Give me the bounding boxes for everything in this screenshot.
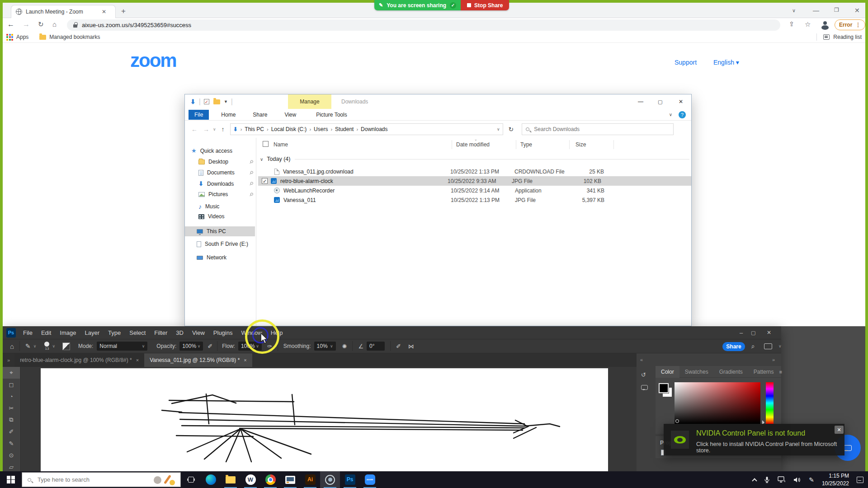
sidebar-item-this-pc-selected[interactable]: This PC — [185, 226, 255, 236]
history-panel-icon[interactable]: ↺ — [641, 371, 646, 378]
ribbon-tab-home[interactable]: Home — [215, 110, 241, 120]
ribbon-tab-view[interactable]: View — [278, 110, 302, 120]
panel-tab-swatches[interactable]: Swatches — [679, 366, 714, 378]
reload-icon[interactable]: ↻ — [38, 20, 44, 28]
microphone-icon[interactable] — [764, 476, 770, 483]
file-row-selected[interactable]: ✓ retro-blue-alarm-clock 10/25/2022 9:33… — [258, 176, 691, 186]
file-row[interactable]: Vanessa_011 10/25/2022 1:13 PM JPG File … — [258, 195, 691, 205]
menu-select[interactable]: Select — [129, 329, 146, 336]
doc-tab-close-icon[interactable]: × — [136, 357, 139, 363]
column-divider[interactable] — [516, 140, 516, 149]
address-dropdown-chevron-icon[interactable]: ∨ — [497, 127, 500, 131]
sidebar-item-drive-e[interactable]: South F Drive (E:) — [197, 241, 248, 247]
workspace-chevron-icon[interactable]: ∨ — [778, 344, 782, 348]
doc-tab-active[interactable]: Vanessa_011.jpg @ 12.5% (RGB/8) * × — [144, 353, 252, 367]
brush-preset-chevron-icon[interactable]: ∨ — [33, 344, 37, 348]
browser-menu-dots-icon[interactable]: ⋮ — [855, 22, 861, 28]
brush-tool-icon[interactable]: ✎ — [3, 437, 20, 449]
move-tool-icon[interactable]: ⌖ — [3, 367, 20, 379]
breadcrumb-users[interactable]: Users — [314, 126, 328, 132]
action-center-icon[interactable] — [857, 477, 863, 483]
file-checkbox-checked[interactable]: ✓ — [262, 178, 268, 184]
comments-panel-icon[interactable] — [641, 385, 648, 390]
sidebar-item-desktop[interactable]: Desktop — [198, 159, 228, 165]
window-minimize-button[interactable]: — — [813, 7, 819, 14]
explorer-minimize-button[interactable]: — — [638, 99, 643, 105]
workspace-switcher-icon[interactable] — [764, 343, 772, 349]
explorer-maximize-button[interactable]: ▢ — [658, 99, 662, 105]
panel-expand-icon[interactable]: » — [772, 357, 775, 362]
sidebar-item-music[interactable]: ♪ Music — [198, 203, 219, 210]
menu-layer[interactable]: Layer — [85, 329, 100, 336]
support-link[interactable]: Support — [675, 59, 697, 66]
opacity-select[interactable]: 100% ∨ — [179, 342, 203, 351]
ps-share-button[interactable]: Share — [722, 342, 745, 351]
sidebar-item-downloads[interactable]: ⬇ Downloads — [198, 180, 234, 187]
bookmark-star-icon[interactable]: ☆ — [805, 20, 811, 28]
manage-contextual-tab[interactable]: Manage — [288, 94, 331, 109]
ps-close-button[interactable]: ✕ — [767, 329, 771, 336]
managed-bookmarks[interactable]: Managed bookmarks — [39, 34, 100, 40]
taskbar-recorder-active[interactable] — [320, 471, 340, 488]
hue-slider[interactable] — [766, 382, 774, 424]
new-tab-button[interactable]: + — [121, 7, 126, 16]
qat-customize-chevron-icon[interactable]: ▼ — [224, 99, 228, 104]
menu-3d[interactable]: 3D — [176, 329, 184, 336]
panel-tab-patterns[interactable]: Patterns — [748, 366, 779, 378]
angle-input[interactable]: 0° — [367, 342, 385, 351]
browser-tab[interactable]: Launch Meeting - Zoom ✕ — [11, 5, 116, 18]
ps-minimize-button[interactable]: – — [740, 329, 743, 336]
selection-tool-icon[interactable]: ✂ — [3, 402, 20, 414]
menu-filter[interactable]: Filter — [154, 329, 167, 336]
taskbar-photoshop[interactable]: Ps — [340, 471, 360, 488]
column-date-modified[interactable]: Date modified — [456, 141, 490, 148]
address-bar[interactable]: aixue-us.zoom.us/s/3495253659#success — [67, 19, 780, 31]
canvas[interactable] — [41, 368, 608, 471]
clone-tool-icon[interactable]: ⊙ — [3, 449, 20, 461]
column-size[interactable]: Size — [576, 141, 586, 148]
explorer-search-box[interactable] — [522, 123, 674, 135]
back-icon[interactable]: ← — [7, 20, 14, 28]
share-page-icon[interactable]: ⇪ — [789, 20, 794, 28]
tray-clock[interactable]: 1:15 PM 10/25/2022 — [822, 472, 849, 487]
tab-close-icon[interactable]: ✕ — [102, 9, 106, 15]
panel-tab-gradients[interactable]: Gradients — [714, 366, 748, 378]
foreground-color-swatch[interactable] — [659, 383, 669, 393]
group-header[interactable]: ∨ Today (4) — [258, 154, 691, 164]
breadcrumb-this-pc[interactable]: This PC — [245, 126, 264, 132]
breadcrumb[interactable]: ⬇ › This PC › Local Disk (C:) › Users › … — [230, 123, 503, 135]
taskbar-search-input[interactable] — [37, 476, 127, 483]
taskbar-file-explorer[interactable] — [221, 471, 241, 488]
ps-maximize-button[interactable]: ▢ — [751, 330, 755, 336]
ribbon-tab-file[interactable]: File — [189, 110, 209, 120]
sidebar-item-quick-access[interactable]: ★ Quick access — [191, 147, 232, 154]
explorer-search-input[interactable] — [533, 126, 651, 133]
language-selector[interactable]: English ▾ — [713, 59, 739, 66]
qat-properties-icon[interactable]: ✓ — [204, 99, 209, 104]
sidebar-item-pictures[interactable]: Pictures — [198, 191, 228, 197]
toast-close-icon[interactable]: ✕ — [835, 426, 844, 434]
taskbar-search[interactable] — [22, 472, 181, 487]
doc-tab-close-icon[interactable]: × — [244, 357, 246, 363]
doc-tab-inactive[interactable]: retro-blue-alarm-clock.jpg @ 100% (RGB/8… — [14, 353, 144, 367]
menu-file[interactable]: File — [23, 329, 33, 336]
sidebar-item-network[interactable]: Network — [197, 254, 226, 261]
select-all-checkbox[interactable] — [263, 141, 269, 147]
ribbon-collapse-chevron-icon[interactable]: ∨ — [669, 112, 672, 117]
size-pressure-icon[interactable]: ✐ — [396, 343, 401, 350]
zoom-logo[interactable]: zoom — [130, 50, 176, 71]
column-divider[interactable] — [613, 140, 614, 149]
refresh-icon[interactable]: ↻ — [509, 126, 514, 133]
group-collapse-chevron-icon[interactable]: ∨ — [260, 157, 263, 162]
tab-search-chevron-icon[interactable]: ∨ — [792, 8, 796, 14]
explorer-close-button[interactable]: ✕ — [679, 99, 683, 105]
lasso-tool-icon[interactable]: ◔ — [3, 390, 20, 402]
stop-share-button[interactable]: Stop Share — [461, 0, 509, 10]
mode-select[interactable]: Normal ∨ — [97, 342, 147, 351]
ribbon-tab-share[interactable]: Share — [247, 110, 273, 120]
smoothing-gear-icon[interactable]: ✺ — [342, 343, 347, 350]
menu-edit[interactable]: Edit — [41, 329, 51, 336]
taskbar-illustrator[interactable]: Ai — [300, 471, 320, 488]
column-divider[interactable] — [569, 140, 570, 149]
opacity-pressure-icon[interactable]: ✐ — [208, 343, 212, 350]
